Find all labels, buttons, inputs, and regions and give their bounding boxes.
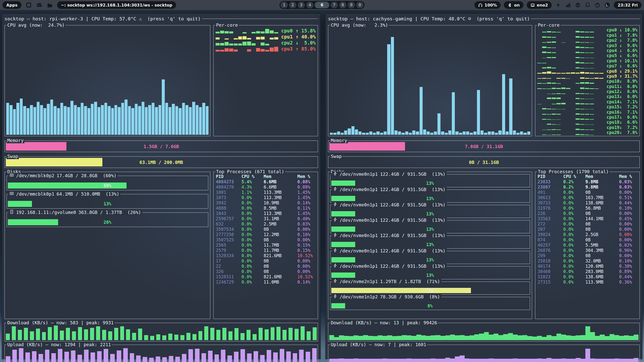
workspace-button-9[interactable]: 9 — [348, 2, 355, 8]
chart-bar — [585, 134, 589, 135]
terminal-window-right[interactable]: socktop — host: cachyos-gaming | CPU Tem… — [326, 14, 642, 359]
disk-ssd-icon — [333, 279, 337, 284]
chart-bar — [556, 83, 561, 84]
chart-bar — [556, 103, 561, 104]
workspace-button-4[interactable]: 4 — [306, 2, 313, 8]
workspace-button-7[interactable]: 7 — [331, 2, 338, 8]
window-icon[interactable] — [25, 2, 32, 8]
headphones-icon — [478, 3, 482, 7]
chart-bar — [215, 354, 219, 362]
disk-item-title: /dev/nvme0n1p1122.4GB / 931.5GB (13%) — [332, 187, 447, 192]
chart-bar — [547, 57, 551, 58]
chart-bar — [382, 358, 387, 362]
chart-bar — [513, 130, 516, 135]
chart-bar — [484, 332, 489, 340]
process-pid: 23833 — [538, 179, 563, 185]
chart-bar — [561, 358, 566, 362]
process-mem: 0B — [585, 190, 619, 195]
process-pid: 2596757 — [216, 216, 242, 221]
chart-bar — [16, 103, 19, 135]
chart-bar — [585, 63, 589, 63]
chart-bar — [524, 133, 527, 135]
download-box-title: Download (KB/s) — now: 583 | peak: 9931 — [7, 320, 114, 326]
chart-bar — [301, 326, 305, 340]
core-row: cpu2 ↓ 7.8% — [535, 38, 639, 43]
chart-bar — [585, 119, 589, 120]
workspace-button-8[interactable]: 8 — [339, 2, 346, 8]
process-memp: 0.00% — [619, 221, 637, 227]
chart-bar — [96, 326, 100, 340]
chart-bar — [556, 88, 561, 89]
chart-bar — [552, 52, 556, 53]
mail-icon[interactable] — [36, 2, 43, 8]
chart-bar — [556, 78, 561, 79]
workspace-button-3[interactable]: 3 — [298, 2, 305, 8]
chart-bar — [247, 330, 251, 340]
process-header-row: PIDCPU %MemMem % — [535, 174, 639, 179]
disk-nas-icon — [10, 210, 14, 215]
chart-bar — [547, 67, 551, 68]
chart-bar — [265, 329, 269, 340]
chart-bar — [489, 335, 494, 340]
process-row: 220.0%0B0.00% — [214, 264, 318, 269]
process-pid: 4084273 — [216, 179, 242, 185]
bluetooth-pill[interactable]: on — [504, 1, 523, 9]
core-label: cpu13↓ 6.0% — [607, 94, 637, 99]
chart-bar — [480, 130, 484, 135]
core-label: cpu4 ↓ 6.6% — [607, 48, 637, 53]
chart-bar — [358, 359, 363, 362]
chart-bar — [599, 73, 603, 73]
power-icon[interactable] — [594, 2, 601, 8]
chart-bar — [394, 130, 397, 135]
app-indicator-icon[interactable] — [604, 2, 611, 8]
process-mem: 0B — [585, 253, 619, 258]
chart-bar — [152, 103, 154, 135]
power-profile-icon[interactable] — [555, 2, 561, 8]
disk-name: /dev/nvme0n1p1 — [340, 233, 378, 238]
folder-icon[interactable] — [47, 2, 53, 8]
process-memp: 1.45% — [297, 195, 315, 200]
process-row: 335630.0%144.1MB0.45% — [535, 216, 639, 221]
process-pid: 4084270 — [216, 185, 242, 190]
workspace-button-1[interactable]: 1 — [280, 2, 288, 8]
workspace-button-6[interactable]: 6 — [315, 2, 329, 8]
workspace-button-0[interactable]: 0 — [356, 2, 364, 8]
chart-bar — [271, 327, 275, 340]
network-pill[interactable]: eno2 — [527, 1, 552, 9]
layers-icon[interactable] — [575, 2, 581, 8]
chart-bar — [448, 130, 451, 135]
core-row: cpu13↓ 6.0% — [535, 94, 639, 99]
disk-usage: 122.4GB / 931.5GB (13%) — [380, 233, 446, 238]
core-label: cpu9 ↑ 31.7% — [607, 74, 637, 79]
chart-bar — [130, 353, 134, 362]
process-cpu: 0.0% — [242, 195, 264, 200]
core-row: cpu8 ↓ 29.1% — [535, 68, 639, 73]
chart-bar — [580, 31, 584, 33]
chart-bar — [435, 335, 440, 340]
chart-bar — [280, 349, 284, 362]
chart-bar — [576, 124, 580, 125]
chart-bar — [552, 48, 556, 48]
window-title-button[interactable]: ~: socktop ws://192.168.1.104:3031/ws - … — [57, 1, 176, 9]
disk-item-title: /dev/nvme0n1p1122.4GB / 931.5GB (13%) — [332, 171, 447, 177]
chart-bar — [585, 99, 589, 99]
process-header-row: PIDCPU %MemMem % — [214, 174, 318, 179]
chart-bar — [547, 109, 551, 109]
stats-icon[interactable] — [565, 2, 571, 8]
clock-pill[interactable]: 23:32 Fri — [614, 1, 641, 9]
workspace-button-2[interactable]: 2 — [289, 2, 296, 8]
chart-bar — [295, 329, 299, 340]
per-core-box: Per-corecpu0 ↓ 10.9%cpu1 ↓ 7.8%cpu2 ↓ 7.… — [535, 25, 640, 136]
disk-usage: 1.29TB / 1.82TB (71%) — [380, 279, 440, 284]
disk-name: /dev/nvme0n1p1 — [340, 187, 378, 192]
terminal-window-left[interactable]: socktop — host: rpi-worker-3 | CPU Temp:… — [2, 14, 320, 359]
system-tray: 100% on eno2 — [474, 1, 641, 9]
chart-bar — [552, 83, 556, 84]
notifications-bell-icon[interactable] — [584, 2, 591, 8]
chart-bar — [24, 328, 28, 340]
chart-bar — [585, 72, 589, 74]
chart-bar — [580, 87, 584, 89]
chart-bar — [460, 335, 464, 340]
volume-pill[interactable]: 100% — [474, 1, 501, 9]
apps-button[interactable]: Apps — [3, 1, 21, 9]
